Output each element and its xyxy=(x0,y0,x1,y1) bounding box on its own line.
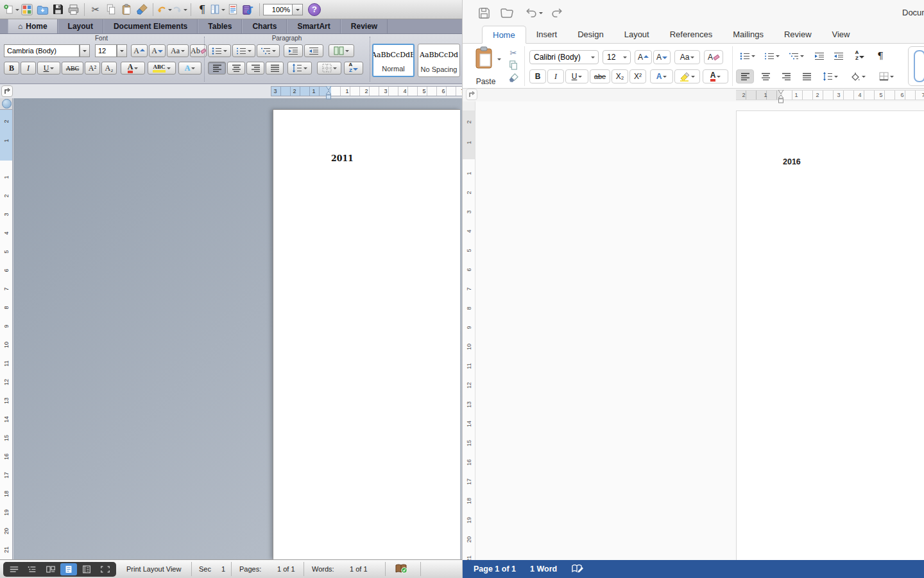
format-painter-button[interactable] xyxy=(134,2,150,17)
align-left-button[interactable] xyxy=(208,62,226,74)
show-paragraph-marks-button[interactable]: ¶ xyxy=(872,49,889,63)
bold-button[interactable]: B xyxy=(529,69,546,83)
indent-marker[interactable] xyxy=(778,90,784,107)
shrink-font-button[interactable]: A xyxy=(653,50,671,64)
strikethrough-button[interactable]: ABC xyxy=(62,62,83,74)
paste-button[interactable] xyxy=(474,46,493,72)
change-case-button[interactable]: Aa xyxy=(674,50,700,64)
show-paragraph-marks-button[interactable]: ¶ xyxy=(194,2,210,17)
style-item-partial[interactable] xyxy=(914,50,924,82)
undo-button[interactable] xyxy=(523,6,545,20)
style-no-spacing[interactable]: AaBbCcDd No Spacing xyxy=(418,44,460,77)
indent-marker[interactable] xyxy=(325,86,332,103)
text-effects-button[interactable]: A xyxy=(650,69,673,83)
justify-button[interactable] xyxy=(798,69,816,83)
paste-button[interactable] xyxy=(119,2,134,17)
bold-button[interactable]: B xyxy=(4,62,19,74)
italic-button[interactable]: I xyxy=(547,69,564,83)
format-painter-button[interactable] xyxy=(508,73,519,83)
font-color-button[interactable]: A xyxy=(121,62,145,74)
font-name-select[interactable]: Calibri (Body) xyxy=(529,50,599,64)
view-mode-label[interactable]: Print Layout View xyxy=(126,565,181,573)
style-normal[interactable]: AaBbCcDdE Normal xyxy=(372,44,415,77)
publishing-layout-view-button[interactable] xyxy=(42,563,59,575)
cut-button[interactable]: ✂ xyxy=(88,2,103,17)
align-right-button[interactable] xyxy=(246,62,264,74)
superscript-button[interactable]: A² xyxy=(85,62,100,74)
font-color-button[interactable]: A xyxy=(703,69,728,83)
grow-font-button[interactable]: A xyxy=(131,44,148,57)
borders-button[interactable] xyxy=(317,62,341,74)
redo-button[interactable] xyxy=(549,6,563,20)
print-layout-view-button[interactable] xyxy=(60,563,77,575)
vertical-ruler[interactable]: 21 123456789101112131415161718192021 xyxy=(463,101,475,560)
align-left-button[interactable] xyxy=(736,69,754,83)
change-case-button[interactable]: Aa xyxy=(167,44,189,57)
font-name-select[interactable]: Cambria (Body) xyxy=(4,44,80,57)
decrease-indent-button[interactable] xyxy=(284,44,303,57)
horizontal-ruler[interactable]: 21 1234567 xyxy=(736,90,924,100)
document-page[interactable]: 2016 xyxy=(736,110,924,560)
undo-button[interactable] xyxy=(157,2,172,17)
tab-review[interactable]: Review xyxy=(341,19,388,33)
tab-view[interactable]: View xyxy=(822,26,860,43)
increase-indent-button[interactable] xyxy=(304,44,323,57)
tab-smartart[interactable]: SmartArt xyxy=(287,19,340,33)
proofing-button[interactable] xyxy=(571,564,584,574)
tab-references[interactable]: References xyxy=(660,26,723,43)
italic-button[interactable]: I xyxy=(21,62,36,74)
strikethrough-button[interactable]: abe xyxy=(590,69,610,83)
font-name-dropdown[interactable] xyxy=(80,44,90,57)
underline-button[interactable]: U xyxy=(37,62,60,74)
tab-design[interactable]: Design xyxy=(567,26,613,43)
align-center-button[interactable] xyxy=(757,69,774,83)
columns-button[interactable] xyxy=(329,44,354,57)
numbering-button[interactable] xyxy=(760,49,783,63)
text-effects-button[interactable]: A xyxy=(178,62,201,74)
bullets-button[interactable] xyxy=(208,44,231,57)
copy-button[interactable] xyxy=(103,2,119,17)
tab-stop-selector[interactable] xyxy=(466,89,477,100)
new-document-button[interactable] xyxy=(4,2,19,17)
help-button[interactable]: ? xyxy=(308,3,321,16)
tab-review[interactable]: Review xyxy=(774,26,822,43)
redo-button[interactable] xyxy=(172,2,187,17)
save-button[interactable] xyxy=(477,6,491,20)
save-button[interactable] xyxy=(50,2,65,17)
tab-tables[interactable]: Tables xyxy=(198,19,242,33)
tab-home[interactable]: ⌂Home xyxy=(8,19,58,33)
font-size-select[interactable]: 12 xyxy=(95,44,117,57)
horizontal-ruler[interactable]: 321 1234567 xyxy=(271,86,462,96)
cut-button[interactable]: ✂ xyxy=(508,48,519,58)
tab-insert[interactable]: Insert xyxy=(526,26,568,43)
paste-dropdown[interactable] xyxy=(496,53,502,66)
superscript-button[interactable]: X² xyxy=(629,69,646,83)
align-center-button[interactable] xyxy=(227,62,245,74)
tab-layout[interactable]: Layout xyxy=(614,26,660,43)
copy-button[interactable] xyxy=(508,60,519,70)
font-size-dropdown[interactable] xyxy=(117,44,127,57)
vertical-ruler[interactable]: 21 123456789101112131415161718192021 xyxy=(0,98,13,559)
tab-layout[interactable]: Layout xyxy=(58,19,103,33)
document-elements-button[interactable] xyxy=(225,2,241,17)
tab-charts[interactable]: Charts xyxy=(242,19,287,33)
clear-formatting-button[interactable]: A xyxy=(704,50,723,64)
line-spacing-button[interactable] xyxy=(818,69,843,83)
shrink-font-button[interactable]: A xyxy=(149,44,166,57)
bullets-button[interactable] xyxy=(736,49,759,63)
numbering-button[interactable] xyxy=(232,44,255,57)
ruler-origin-knob[interactable] xyxy=(2,99,12,109)
tab-mailings[interactable]: Mailings xyxy=(723,26,774,43)
zoom-input[interactable]: 100% xyxy=(263,4,293,15)
styles-gallery-fragment[interactable] xyxy=(908,46,924,86)
tab-home[interactable]: Home xyxy=(482,26,526,44)
font-size-select[interactable]: 12 xyxy=(603,50,631,64)
focus-view-button[interactable] xyxy=(97,563,114,575)
shading-button[interactable] xyxy=(845,69,871,83)
align-right-button[interactable] xyxy=(777,69,795,83)
sort-button[interactable]: AZ xyxy=(344,62,363,74)
increase-indent-button[interactable] xyxy=(830,49,848,63)
line-spacing-button[interactable] xyxy=(287,62,312,74)
open-button[interactable] xyxy=(500,6,514,20)
subscript-button[interactable]: A₂ xyxy=(101,62,117,74)
